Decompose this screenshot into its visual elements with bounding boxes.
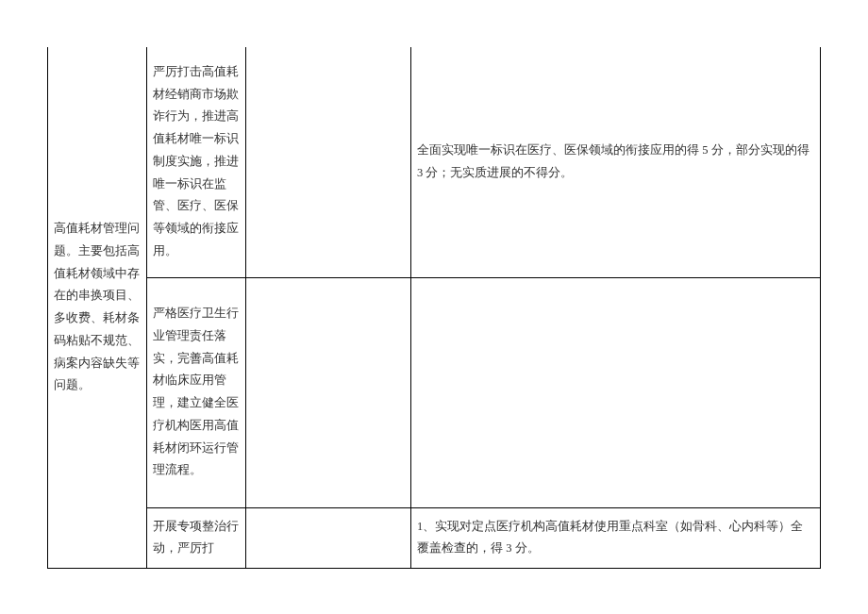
row3-col4-cell: 1、实现对定点医疗机构高值耗材使用重点科室（如骨科、心内科等）全覆盖检查的，得 …: [411, 507, 821, 569]
row1-col3-cell: [246, 47, 411, 277]
col1-merged-cell: 高值耗材管理问题。主要包括高值耗材领域中存在的串换项目、多收费、耗材条码粘贴不规…: [48, 47, 147, 569]
table-row: 严格医疗卫生行业管理责任落实，完善高值耗材临床应用管理，建立健全医疗机构医用高值…: [48, 277, 821, 507]
row1-col2-cell: 严厉打击高值耗材经销商市场欺诈行为，推进高值耗材唯一标识制度实施，推进唯一标识在…: [147, 47, 246, 277]
table-row: 开展专项整治行动，严厉打 1、实现对定点医疗机构高值耗材使用重点科室（如骨科、心…: [48, 507, 821, 569]
row2-col3-cell: [246, 277, 411, 507]
row2-col2-cell: 严格医疗卫生行业管理责任落实，完善高值耗材临床应用管理，建立健全医疗机构医用高值…: [147, 277, 246, 507]
row3-col3-cell: [246, 507, 411, 569]
row1-col4-cell: 全面实现唯一标识在医疗、医保领域的衔接应用的得 5 分，部分实现的得 3 分；无…: [411, 47, 821, 277]
row2-col4-cell: [411, 277, 821, 507]
row3-col2-cell: 开展专项整治行动，严厉打: [147, 507, 246, 569]
table-row: 高值耗材管理问题。主要包括高值耗材领域中存在的串换项目、多收费、耗材条码粘贴不规…: [48, 47, 821, 277]
document-table: 高值耗材管理问题。主要包括高值耗材领域中存在的串换项目、多收费、耗材条码粘贴不规…: [47, 47, 821, 569]
